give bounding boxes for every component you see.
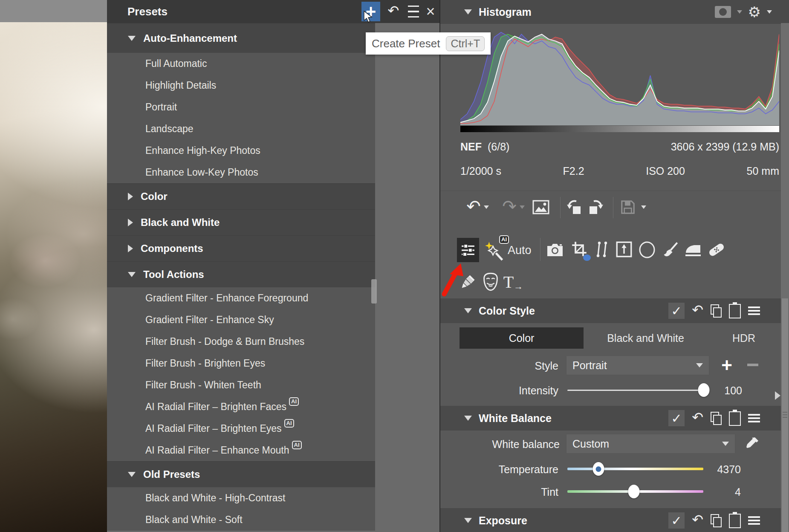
text-tool-button[interactable]: T → bbox=[503, 272, 523, 292]
rotate-right-button[interactable] bbox=[586, 199, 604, 216]
undo-icon: ↶ bbox=[466, 198, 481, 215]
preset-section-color[interactable]: Color bbox=[107, 183, 375, 209]
copy-settings-icon[interactable] bbox=[711, 304, 722, 317]
preset-item[interactable]: Filter Brush - Whiten Teeth bbox=[107, 374, 375, 396]
preset-item[interactable]: Filter Brush - Brighten Eyes bbox=[107, 353, 375, 374]
section-reset-button[interactable]: ↶ bbox=[692, 513, 703, 526]
auto-enhance-button[interactable] bbox=[485, 241, 504, 261]
paste-settings-icon[interactable] bbox=[729, 514, 741, 528]
section-enabled-checkbox[interactable]: ✓ bbox=[668, 410, 685, 426]
histogram-title: Histogram bbox=[479, 6, 532, 18]
gradient-filter-button[interactable] bbox=[684, 243, 702, 258]
paste-settings-icon[interactable] bbox=[729, 411, 741, 426]
histogram-header[interactable]: Histogram ⚙ bbox=[440, 0, 789, 24]
section-reset-button[interactable]: ↶ bbox=[692, 303, 703, 317]
slider-track[interactable] bbox=[567, 468, 703, 470]
preset-item[interactable]: Enhance High-Key Photos bbox=[107, 140, 375, 162]
undo-caret-icon[interactable] bbox=[484, 205, 489, 209]
preset-item[interactable]: Gradient Filter - Enhance Foreground bbox=[107, 287, 375, 309]
preset-section-black-and-white[interactable]: Black and White bbox=[107, 209, 375, 235]
section-enabled-checkbox[interactable]: ✓ bbox=[668, 303, 685, 319]
tint-value: 4 bbox=[707, 486, 741, 498]
preset-item[interactable]: Highlight Details bbox=[107, 75, 375, 96]
chevron-down-icon bbox=[464, 518, 472, 523]
preset-item[interactable]: Landscape bbox=[107, 118, 375, 140]
preset-item[interactable]: Gradient Filter - Enhance Sky bbox=[107, 309, 375, 331]
preset-item[interactable]: Black and White - Soft bbox=[107, 509, 375, 531]
preset-section-tool-actions[interactable]: Tool Actions bbox=[107, 261, 375, 287]
preset-section-components[interactable]: Components bbox=[107, 235, 375, 261]
camera-tool-button[interactable] bbox=[546, 243, 564, 257]
copy-settings-icon[interactable] bbox=[711, 514, 722, 527]
radial-filter-button[interactable] bbox=[638, 241, 656, 259]
tab-black-and-white[interactable]: Black and White bbox=[584, 327, 708, 349]
slider-thumb[interactable] bbox=[698, 383, 709, 397]
anonymize-face-button[interactable] bbox=[482, 272, 499, 291]
paste-settings-icon[interactable] bbox=[729, 304, 741, 318]
straighten-tool-button[interactable] bbox=[595, 241, 609, 258]
preset-item[interactable]: Enhance Low-Key Photos bbox=[107, 162, 375, 183]
remove-style-button[interactable] bbox=[747, 364, 758, 366]
preset-item[interactable]: Filter Brush - Dodge & Burn Brushes bbox=[107, 331, 375, 353]
healing-tool-button[interactable] bbox=[707, 241, 726, 259]
filter-brush-button[interactable] bbox=[662, 241, 679, 258]
preset-section-label: Color bbox=[141, 191, 168, 202]
section-reset-button[interactable]: ↶ bbox=[692, 411, 703, 424]
presets-scrollbar-thumb[interactable] bbox=[371, 279, 377, 304]
copy-settings-icon[interactable] bbox=[711, 412, 722, 425]
presets-close-button[interactable]: × bbox=[424, 0, 437, 23]
white-balance-eyedropper-button[interactable] bbox=[745, 437, 759, 451]
preset-section-old-presets[interactable]: Old Presets bbox=[107, 461, 375, 487]
color-style-header[interactable]: Color Style ✓↶ bbox=[440, 298, 789, 323]
save-button[interactable] bbox=[620, 199, 636, 215]
slider-thumb[interactable] bbox=[593, 462, 604, 476]
show-original-button[interactable] bbox=[532, 200, 549, 214]
tab-color[interactable]: Color bbox=[460, 327, 584, 349]
auto-label[interactable]: Auto bbox=[508, 244, 532, 257]
section-enabled-checkbox[interactable]: ✓ bbox=[668, 512, 685, 529]
temperature-slider[interactable] bbox=[567, 462, 703, 476]
preset-item[interactable]: AI Radial Filter – Brighten FacesAI bbox=[107, 396, 375, 418]
section-menu-icon[interactable] bbox=[748, 412, 760, 425]
preset-list: Auto-EnhancementFull AutomaticHighlight … bbox=[107, 23, 375, 531]
preset-item[interactable]: Full Automatic bbox=[107, 53, 375, 75]
preset-item-label: Black and White - High-Contrast bbox=[145, 492, 286, 504]
preset-item[interactable]: AI Radial Filter – Enhance MouthAI bbox=[107, 439, 375, 461]
tint-slider[interactable] bbox=[567, 485, 703, 498]
intensity-slider[interactable] bbox=[567, 383, 709, 397]
preset-item[interactable]: Portrait bbox=[107, 96, 375, 118]
save-caret-icon[interactable] bbox=[641, 205, 646, 209]
presets-undo-button[interactable]: ↶ bbox=[386, 0, 401, 23]
redo-caret-icon[interactable] bbox=[520, 205, 525, 209]
gear-icon[interactable]: ⚙ bbox=[748, 5, 761, 19]
redo-icon: ↷ bbox=[502, 198, 517, 215]
preset-item[interactable]: AI Radial Filter – Brighten EyesAI bbox=[107, 418, 375, 439]
panel-collapse-arrow[interactable] bbox=[775, 391, 780, 400]
presets-menu-button[interactable] bbox=[407, 0, 420, 23]
redo-button[interactable]: ↷ bbox=[502, 199, 517, 216]
exif-row: 1/2000 s F2.2 ISO 200 50 mm bbox=[460, 163, 779, 179]
slider-track[interactable] bbox=[567, 390, 709, 391]
preset-section-auto-enhancement[interactable]: Auto-Enhancement bbox=[107, 23, 375, 53]
chevron-down-icon bbox=[128, 472, 136, 477]
preset-item-label: Full Automatic bbox=[145, 58, 207, 69]
perspective-tool-button[interactable] bbox=[616, 241, 632, 257]
white-balance-header[interactable]: White Balance ✓↶ bbox=[440, 406, 789, 431]
hamburger-icon bbox=[408, 6, 419, 7]
preset-item[interactable]: Black and White - High-Contrast bbox=[107, 487, 375, 509]
settings-caret-icon[interactable] bbox=[767, 10, 772, 14]
tab-hdr[interactable]: HDR bbox=[708, 327, 780, 349]
overlay-mode-icon[interactable] bbox=[715, 6, 731, 18]
rotate-left-button[interactable] bbox=[566, 199, 584, 216]
overlay-caret-icon[interactable] bbox=[737, 10, 742, 14]
slider-thumb[interactable] bbox=[628, 485, 640, 498]
exposure-header[interactable]: Exposure ✓↶ bbox=[440, 508, 789, 532]
add-style-button[interactable]: + bbox=[721, 355, 732, 376]
section-menu-icon[interactable] bbox=[748, 304, 760, 317]
save-icon bbox=[620, 199, 636, 215]
white-balance-dropdown[interactable]: Custom bbox=[566, 434, 735, 454]
section-menu-icon[interactable] bbox=[748, 514, 760, 527]
style-dropdown[interactable]: Portrait bbox=[566, 356, 709, 375]
undo-button[interactable]: ↶ bbox=[466, 199, 481, 216]
panel-scrollbar-thumb[interactable] bbox=[782, 298, 788, 532]
